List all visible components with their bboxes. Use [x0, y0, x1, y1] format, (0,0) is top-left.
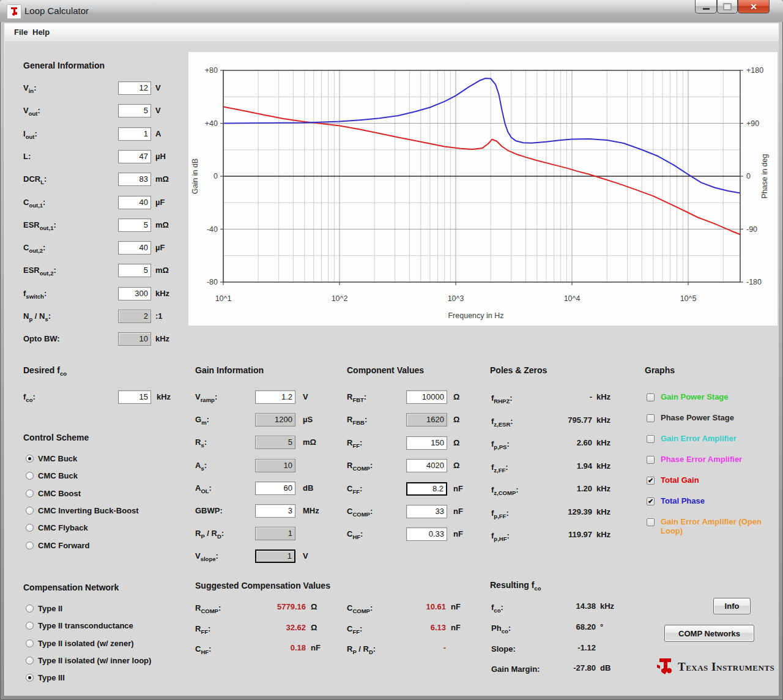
field-unit-c-ff: nF: [453, 484, 463, 493]
y-right-tick-label: -90: [746, 225, 757, 234]
esr-out-1-input[interactable]: 5: [118, 218, 151, 232]
field-label-r-fbb: RFBB:: [347, 415, 367, 424]
menu-item-file[interactable]: File: [11, 26, 31, 38]
checkbox-phase-error-amplifier[interactable]: [647, 456, 655, 464]
pz-value-f-z-comp: 1.20: [537, 484, 592, 493]
res-unit-f-co: kHz: [600, 601, 614, 611]
field-label-r-fbt: RFBT:: [347, 392, 366, 401]
sugg-value-r-p-r-d: -: [385, 643, 446, 652]
loop-calculator-window: Loop Calculator ✕ FileHelp General Infor…: [0, 0, 783, 700]
v-in-input[interactable]: 12: [118, 81, 151, 95]
field-label-l: L:: [23, 152, 31, 161]
esr-out-2-input[interactable]: 5: [118, 264, 151, 277]
v-slope-input: 1: [255, 549, 295, 563]
sugg-label-r-ff: RFF:: [195, 624, 210, 633]
checkbox-gain-error-amplifier[interactable]: [647, 435, 655, 443]
radio-compnet-type-ii-isolated-w-zener[interactable]: [26, 639, 34, 647]
field-unit-r-fbb: Ω: [453, 415, 459, 424]
section-title-graphs: Graphs: [645, 365, 675, 375]
y-right-tick-label: 0: [746, 172, 751, 181]
info-button[interactable]: Info: [713, 598, 751, 614]
field-unit-r-ff: Ω: [453, 438, 459, 447]
res-value-slope: -1.12: [535, 643, 596, 652]
checkbox-total-phase[interactable]: ✔: [647, 497, 655, 505]
r-fbt-input[interactable]: 10000: [406, 390, 447, 404]
pz-label-f-rhpz: fRHPZ:: [491, 393, 513, 403]
section-title-resulting-fco: Resulting fco: [490, 580, 541, 590]
section-title-suggested: Suggested Compensation Values: [195, 581, 330, 590]
res-unit-ph-co: °: [600, 622, 603, 631]
radio-label-type-iii: Type III: [38, 673, 65, 682]
field-label-dcr-l: DCRL:: [23, 174, 46, 184]
sugg-unit-r-comp: Ω: [311, 602, 317, 611]
field-label-n-p-n-s: Np / Ns:: [23, 311, 51, 321]
maximize-button[interactable]: [717, 0, 738, 13]
radio-control-cmc-inverting-buck-boost[interactable]: [26, 507, 34, 515]
section-title-control-scheme: Control Scheme: [23, 433, 89, 442]
ti-wordmark: Texas Instruments: [678, 660, 774, 674]
c-comp-input[interactable]: 33: [406, 505, 447, 518]
gbwp-input[interactable]: 3: [255, 504, 295, 518]
pz-unit-f-z-comp: kHz: [596, 484, 610, 493]
radio-control-vmc-buck[interactable]: [26, 455, 34, 463]
field-unit-c-out-1: µF: [155, 198, 165, 207]
c-ff-input[interactable]: 8.2: [406, 482, 447, 496]
res-label-f-co: fco:: [491, 603, 503, 612]
field-label-f-co: fco:: [23, 392, 35, 401]
menu-item-help[interactable]: Help: [29, 26, 53, 38]
field-label-r-comp: RCOMP:: [347, 461, 373, 470]
radio-compnet-type-ii[interactable]: [26, 605, 34, 612]
radio-control-cmc-flyback[interactable]: [26, 524, 34, 532]
radio-compnet-type-ii-transconductance[interactable]: [26, 622, 34, 630]
field-unit-r-fbt: Ω: [453, 392, 459, 401]
field-label-opto-bw: Opto BW:: [23, 334, 60, 343]
sugg-value-c-ff: 6.13: [385, 623, 446, 632]
checkbox-phase-power-stage[interactable]: [647, 414, 655, 422]
radio-control-cmc-buck[interactable]: [26, 472, 34, 480]
content-area: General Information Desired fco Control …: [4, 40, 779, 696]
sugg-value-r-comp: 5779.16: [245, 602, 306, 611]
dcr-l-input[interactable]: 83: [118, 173, 151, 186]
checkbox-label-phase-power-stage: Phase Power Stage: [661, 413, 774, 422]
r-comp-input[interactable]: 4020: [406, 459, 447, 472]
radio-compnet-type-iii[interactable]: [26, 674, 34, 682]
checkbox-total-gain[interactable]: ✔: [647, 477, 655, 485]
y-left-axis-label: Gain in dB: [191, 158, 199, 194]
pz-value-f-p-hf: 119.97: [537, 530, 592, 539]
i-out-input[interactable]: 1: [118, 127, 151, 141]
field-unit-gbwp: MHz: [303, 506, 319, 515]
pz-unit-f-z-ff: kHz: [596, 461, 610, 471]
f-co-input[interactable]: 15: [118, 390, 151, 404]
checkbox-gain-error-amplifier-open-loop[interactable]: [647, 518, 655, 526]
pz-unit-f-rhpz: kHz: [596, 392, 610, 401]
radio-control-cmc-boost[interactable]: [26, 490, 34, 497]
section-title-poles-zeros: Poles & Zeros: [490, 365, 547, 375]
opto-bw-input: 10: [118, 332, 151, 346]
r-ff-input[interactable]: 150: [406, 436, 447, 450]
f-switch-input[interactable]: 300: [118, 287, 151, 300]
titlebar[interactable]: Loop Calculator ✕: [0, 0, 783, 22]
comp-networks-button[interactable]: COMP Networks: [664, 625, 754, 642]
radio-compnet-type-ii-isolated-w-inner-loop[interactable]: [26, 657, 34, 665]
checkbox-gain-power-stage[interactable]: [647, 393, 655, 401]
c-out-2-input[interactable]: 40: [118, 241, 151, 255]
field-unit-v-slope: V: [303, 551, 308, 560]
r-s-input: 5: [255, 436, 295, 449]
pz-value-f-p-ff: 129.39: [537, 507, 592, 516]
radio-label-type-ii: Type II: [38, 604, 62, 613]
v-out-input[interactable]: 5: [118, 104, 151, 117]
field-label-esr-out-2: ESRout,2:: [23, 266, 56, 275]
field-unit-a-ol: dB: [303, 483, 313, 493]
radio-dot: [28, 676, 31, 679]
v-ramp-input[interactable]: 1.2: [255, 390, 295, 404]
a-ol-input[interactable]: 60: [255, 482, 295, 495]
radio-control-cmc-forward[interactable]: [26, 542, 34, 549]
field-unit-v-out: V: [155, 106, 161, 115]
field-unit-n-p-n-s: :1: [155, 311, 163, 321]
pz-value-f-z-esr: 795.77: [537, 415, 592, 425]
c-out-1-input[interactable]: 40: [118, 196, 151, 209]
c-hf-input[interactable]: 0.33: [406, 527, 447, 541]
minimize-button[interactable]: [695, 0, 717, 13]
l-input[interactable]: 47: [118, 150, 151, 163]
close-button[interactable]: ✕: [738, 0, 770, 13]
